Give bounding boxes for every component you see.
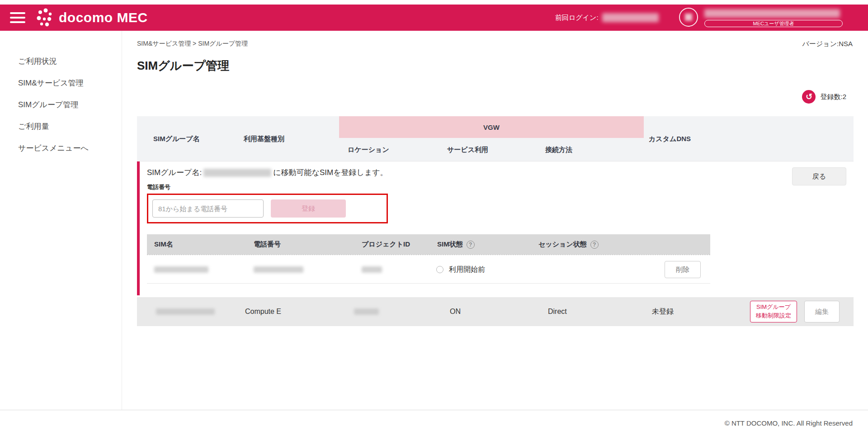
- col-sim-name: SIM名: [154, 234, 173, 255]
- role-badge: MECユーザ管理者: [704, 20, 843, 27]
- redacted-group-name: [156, 308, 215, 315]
- registered-count-row: ↺ 登録数:2: [802, 90, 846, 104]
- page: docomo MEC 前回ログイン: MECユーザ管理者 ご利用状況 SIM&サ…: [0, 0, 868, 436]
- hamburger-menu-icon[interactable]: [10, 11, 26, 24]
- sidebar-item-sim-service-management[interactable]: SIM&サービス管理: [0, 72, 122, 94]
- col-service-use: サービス利用: [447, 138, 488, 161]
- sim-group-move-restriction-button[interactable]: SIMグループ 移動制限設定: [750, 301, 797, 322]
- group-custom-dns: 未登録: [652, 297, 674, 326]
- avatar[interactable]: [679, 8, 698, 27]
- redacted-project-id: [362, 266, 382, 273]
- help-icon[interactable]: ?: [590, 241, 599, 249]
- back-button[interactable]: 戻る: [792, 167, 846, 185]
- col-location: ロケーション: [348, 138, 389, 161]
- redacted-location: [354, 308, 379, 315]
- sim-register-panel: SIMグループ名: に移動可能なSIMを登録します。 電話番号 登録 戻る SI…: [137, 161, 854, 295]
- sidebar: ご利用状況 SIM&サービス管理 SIMグループ管理 ご利用量 サービスメニュー…: [0, 31, 122, 410]
- col-connection-method: 接続方法: [545, 138, 572, 161]
- sidebar-item-usage-status[interactable]: ご利用状況: [0, 51, 122, 72]
- delete-button[interactable]: 削除: [665, 261, 701, 278]
- redacted-last-login-datetime: [602, 13, 659, 22]
- phone-number-input[interactable]: [152, 199, 264, 218]
- annotation-box: 登録: [147, 194, 388, 223]
- help-icon[interactable]: ?: [467, 241, 475, 249]
- col-platform-type: 利用基盤種別: [244, 116, 284, 161]
- group-service-use: ON: [450, 297, 461, 326]
- redacted-sim-group-name: [203, 169, 271, 177]
- sidebar-item-sim-group-management[interactable]: SIMグループ管理: [0, 94, 122, 116]
- register-button[interactable]: 登録: [271, 199, 346, 218]
- redacted-phone-number: [254, 266, 303, 273]
- sim-status-text: 利用開始前: [449, 255, 485, 284]
- last-login: 前回ログイン:: [555, 5, 659, 31]
- footer: © NTT DOCOMO, INC. All Right Reserved: [0, 410, 868, 436]
- phone-number-label: 電話番号: [147, 183, 846, 191]
- sim-table-row: 利用開始前 削除: [147, 255, 710, 284]
- brand-logo[interactable]: docomo MEC: [36, 8, 148, 27]
- last-login-label: 前回ログイン:: [555, 14, 599, 22]
- sim-group-table-header: VGW SIMグループ名 利用基盤種別 ロケーション サービス利用 接続方法 カ…: [137, 116, 854, 161]
- redacted-sim-name: [154, 266, 208, 273]
- version-label: バージョン:NSA: [802, 40, 853, 48]
- status-indicator-icon: [436, 266, 443, 273]
- register-description: SIMグループ名: に移動可能なSIMを登録します。: [147, 167, 846, 178]
- refresh-icon[interactable]: ↺: [802, 90, 816, 104]
- copyright-text: © NTT DOCOMO, INC. All Right Reserved: [725, 419, 853, 427]
- edit-button[interactable]: 編集: [804, 301, 840, 322]
- col-project-id: プロジェクトID: [362, 234, 410, 255]
- registered-count-label: 登録数:2: [820, 93, 846, 101]
- brand-name: docomo MEC: [59, 10, 148, 25]
- col-custom-dns: カスタムDNS: [649, 116, 691, 161]
- col-phone-number: 電話番号: [254, 234, 281, 255]
- redacted-avatar-content: [685, 14, 692, 21]
- sidebar-item-usage-volume[interactable]: ご利用量: [0, 116, 122, 137]
- redacted-user-email: [704, 9, 840, 18]
- sim-group-row: Compute E ON Direct 未登録 SIMグループ 移動制限設定 編…: [137, 297, 854, 326]
- page-title: SIMグループ管理: [137, 58, 229, 74]
- sim-group-table: VGW SIMグループ名 利用基盤種別 ロケーション サービス利用 接続方法 カ…: [137, 116, 854, 326]
- docomo-dots-icon: [36, 8, 53, 27]
- breadcrumb[interactable]: SIM&サービス管理 > SIMグループ管理: [137, 40, 248, 48]
- vgw-group-header: VGW: [339, 116, 644, 138]
- group-platform-type: Compute E: [245, 297, 281, 326]
- app-header: docomo MEC 前回ログイン: MECユーザ管理者: [0, 5, 868, 31]
- group-connection-method: Direct: [548, 297, 567, 326]
- sim-table: SIM名 電話番号 プロジェクトID SIM状態 ? セッション状態 ?: [147, 234, 710, 284]
- col-sim-status: SIM状態 ?: [437, 234, 475, 255]
- col-session-status: セッション状態 ?: [538, 234, 599, 255]
- col-sim-group-name: SIMグループ名: [153, 116, 200, 161]
- sidebar-item-service-menu[interactable]: サービスメニューへ: [0, 137, 122, 159]
- sim-table-header: SIM名 電話番号 プロジェクトID SIM状態 ? セッション状態 ?: [147, 234, 710, 255]
